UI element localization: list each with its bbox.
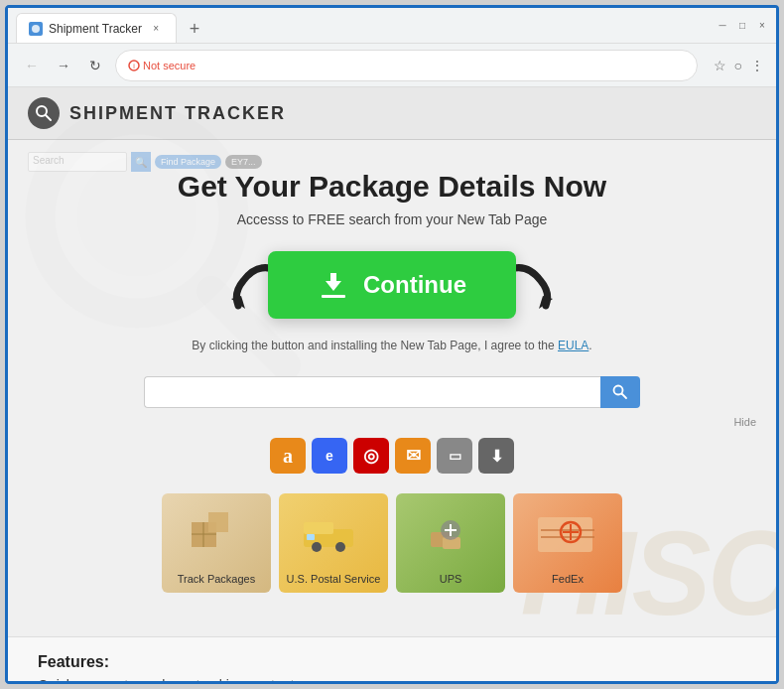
svg-rect-19 [304, 522, 333, 534]
svg-rect-22 [307, 534, 315, 540]
window-controls: ─ □ × [717, 20, 768, 32]
svg-line-13 [622, 394, 627, 399]
refresh-button[interactable]: ↻ [83, 54, 107, 77]
maximize-button[interactable]: □ [736, 20, 748, 32]
continue-label: Continue [363, 271, 466, 299]
minimize-button[interactable]: ─ [717, 20, 728, 32]
site-header: Shipment Tracker [8, 87, 776, 140]
search-icon [612, 384, 628, 400]
title-bar: Shipment Tracker × + ─ □ × [8, 8, 776, 44]
page-content: HISO Shipment Tracker Search 🔍 Find Pack… [8, 87, 776, 681]
svg-marker-10 [326, 273, 341, 291]
ups-icon [421, 502, 480, 557]
bookmark-button[interactable]: ☆ [714, 58, 726, 73]
card-fedex-label: FedEx [552, 573, 584, 585]
tab-area: Shipment Tracker × + [16, 8, 705, 43]
logo-icon [35, 104, 53, 122]
hide-label[interactable]: Hide [260, 416, 756, 428]
browser-window: Shipment Tracker × + ─ □ × ← → ↻ i Not s… [5, 5, 779, 684]
svg-rect-9 [322, 295, 345, 298]
card-usps[interactable]: U.S. Postal Service [279, 493, 388, 593]
site-title: Shipment Tracker [69, 103, 286, 124]
svg-point-21 [335, 542, 345, 552]
page-search-bar [144, 376, 640, 408]
forward-button[interactable]: → [52, 54, 75, 77]
svg-point-20 [312, 542, 322, 552]
tab-favicon [29, 22, 43, 36]
fedex-icon [533, 502, 602, 557]
continue-area: Continue [228, 251, 556, 319]
svg-text:i: i [133, 63, 135, 69]
svg-point-0 [32, 25, 40, 33]
site-logo [28, 97, 60, 129]
security-label: Not secure [143, 60, 196, 71]
eula-suffix: . [588, 339, 591, 352]
main-heading: Get Your Package Details Now [178, 170, 606, 204]
card-ups[interactable]: UPS [396, 493, 505, 593]
card-track-label: Track Packages [178, 573, 255, 585]
address-bar: ← → ↻ i Not secure ☆ ○ ⋮ [8, 44, 776, 87]
quick-link-target[interactable]: ◎ [353, 438, 389, 474]
usps-icon [299, 504, 368, 554]
close-button[interactable]: × [756, 20, 768, 32]
card-ups-image [396, 493, 505, 565]
security-indicator: i Not secure [128, 60, 196, 71]
eula-text: By clicking the button and installing th… [192, 339, 591, 352]
feature-cards: Track Packages U.S. Postal Service [162, 493, 622, 593]
quick-link-download[interactable]: ⬇ [478, 438, 514, 474]
card-track-packages[interactable]: Track Packages [162, 493, 271, 593]
lock-icon: i [128, 60, 140, 71]
card-fedex-image [513, 493, 622, 565]
card-track-image [162, 493, 271, 565]
packages-icon [187, 502, 246, 557]
continue-button[interactable]: Continue [268, 251, 516, 319]
menu-button[interactable]: ⋮ [750, 58, 764, 73]
tab-close-button[interactable]: × [148, 21, 164, 37]
browser-tab[interactable]: Shipment Tracker × [16, 13, 177, 43]
quick-link-mail[interactable]: ✉ [395, 438, 431, 474]
new-tab-button[interactable]: + [181, 15, 208, 43]
tab-title: Shipment Tracker [49, 22, 142, 36]
card-fedex[interactable]: FedEx [513, 493, 622, 593]
quick-link-store[interactable]: ▭ [437, 438, 472, 474]
back-button[interactable]: ← [20, 54, 44, 77]
install-overlay: Get Your Package Details Now Accesss to … [8, 140, 776, 636]
card-ups-label: UPS [440, 573, 462, 585]
card-usps-image [279, 493, 388, 565]
profile-button[interactable]: ○ [734, 58, 742, 73]
eula-link[interactable]: EULA [558, 339, 588, 352]
svg-line-7 [46, 115, 51, 120]
page-search-button[interactable] [600, 376, 640, 408]
download-icon [318, 269, 349, 301]
eula-prefix: By clicking the button and installing th… [192, 339, 558, 352]
card-usps-label: U.S. Postal Service [287, 573, 381, 585]
page-search-input[interactable] [144, 376, 600, 408]
url-right-actions: ☆ ○ ⋮ [714, 58, 764, 73]
sub-heading: Accesss to FREE search from your New Tab… [237, 211, 548, 227]
url-bar[interactable]: i Not secure [115, 50, 698, 81]
quick-link-ebay[interactable]: e [312, 438, 347, 474]
quick-links: a e ◎ ✉ ▭ ⬇ [270, 438, 514, 474]
svg-rect-17 [208, 512, 228, 532]
quick-link-amazon[interactable]: a [270, 438, 306, 474]
